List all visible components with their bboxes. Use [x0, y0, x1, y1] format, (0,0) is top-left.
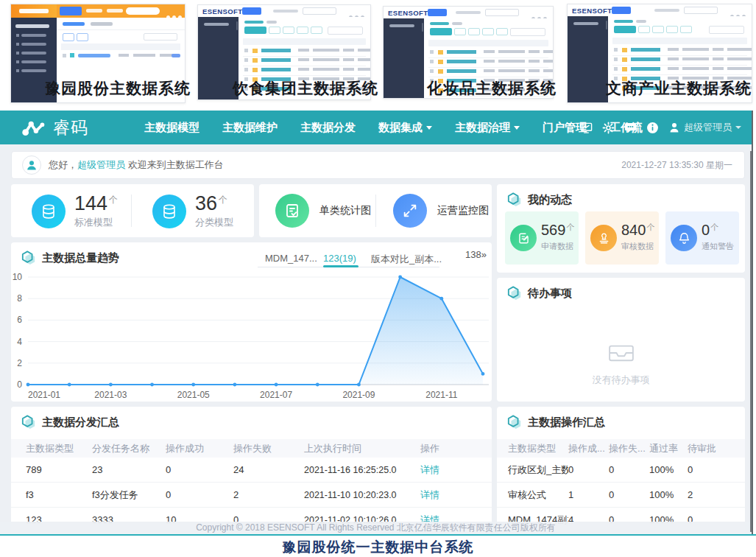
tab-123[interactable]: 123(19) [323, 253, 356, 264]
chevron-down-icon [735, 126, 741, 129]
todo-empty-text: 没有待办事项 [497, 374, 745, 387]
tab-pager[interactable]: 138» [465, 249, 487, 260]
mini-nav-button [612, 7, 631, 14]
tab-mdm147[interactable]: MDM_147... [265, 253, 317, 264]
activity-alert-card[interactable]: 0个 通知警告 [665, 211, 739, 265]
message-icon[interactable] [624, 122, 637, 134]
expand-arrows-icon [393, 194, 427, 228]
empty-inbox-icon [607, 343, 635, 363]
mini-search-box [303, 7, 336, 15]
hexagon-icon [21, 251, 36, 265]
monitor-chart-icon[interactable] [580, 122, 593, 134]
stat-label: 标准模型 [74, 216, 118, 229]
activity-review-card[interactable]: 840个 审核数据 [585, 211, 659, 265]
mini-nav-button [242, 7, 261, 15]
activity-label: 通知警告 [702, 241, 734, 252]
nav-item-model[interactable]: 主数据模型 [144, 121, 199, 135]
top-navbar: 睿码 主数据模型 主数据维护 主数据分发 数据集成 主数据治理 门户管理 工作流 [0, 111, 752, 144]
my-activity-panel: 我的动态 569个 申请数据 840个 [497, 184, 745, 273]
bell-icon [671, 225, 697, 251]
stat-unit: 个 [219, 195, 227, 205]
hexagon-icon [507, 192, 522, 207]
page-caption: 豫园股份统一主数据中台系统 [0, 538, 756, 557]
username-label: 超级管理员 [684, 121, 732, 134]
mini-toolbar [614, 26, 694, 33]
stat-value: 36 [195, 192, 217, 214]
mini-esensoft-logo: ESENSOFT [202, 7, 242, 15]
tab-version-compare[interactable]: 版本对比_副本... [371, 253, 442, 266]
doc-pencil-icon [510, 225, 537, 251]
quick-link-monitor[interactable]: 运营监控图 [393, 194, 489, 228]
welcome-text: 您好，超级管理员 欢迎来到主数据工作台 [49, 158, 224, 172]
quick-links-card: 单类统计图 运营监控图 [259, 184, 492, 237]
copyright-footer: Copyright © 2018 ESENSOFT All Rights Res… [0, 522, 752, 534]
mini-logo-block [11, 4, 57, 18]
trend-line-chart: 02468102021-012021-032021-052021-072021-… [11, 272, 492, 402]
welcome-bar: 您好，超级管理员 欢迎来到主数据工作台 2021-12-27 13:35:30 … [11, 151, 745, 179]
quick-link-statistics[interactable]: 单类统计图 [275, 194, 371, 228]
mini-search-box [126, 7, 160, 15]
nav-item-integration[interactable]: 数据集成 [378, 121, 432, 135]
stamp-icon [590, 225, 617, 251]
thumbnail-caption: 化妆品主数据系统 [418, 78, 565, 99]
dashboard: 睿码 主数据模型 主数据维护 主数据分发 数据集成 主数据治理 门户管理 工作流 [0, 111, 753, 534]
page: ESENSOFT ESENSOFT [0, 0, 756, 557]
database-icon [152, 195, 186, 228]
mini-esensoft-logo: ESENSOFT [572, 7, 612, 15]
nav-item-distribute[interactable]: 主数据分发 [300, 121, 356, 135]
svg-text:2021-05: 2021-05 [177, 390, 210, 400]
svg-text:2021-03: 2021-03 [94, 390, 127, 400]
app-logo[interactable]: 睿码 [21, 116, 88, 139]
main-nav: 主数据模型 主数据维护 主数据分发 数据集成 主数据治理 门户管理 工作流 [144, 111, 643, 144]
table-row: f3f3分发任务 02 2021-11-10 10:20:23.0详情 [11, 483, 492, 508]
mini-nav-button [60, 7, 82, 15]
mini-table-header [243, 38, 366, 45]
stat-category-models[interactable]: 36个 分类模型 [152, 194, 233, 229]
activity-label: 申请数据 [541, 241, 573, 252]
user-icon [668, 122, 680, 133]
mini-search-box [328, 27, 363, 35]
todo-panel: 待办事项 没有待办事项 [497, 278, 745, 402]
app-logo-text: 睿码 [53, 116, 88, 139]
svg-text:6: 6 [17, 315, 22, 325]
detail-link[interactable]: 详情 [420, 463, 492, 477]
mini-toolbar [244, 27, 325, 34]
activity-apply-card[interactable]: 569个 申请数据 [505, 211, 579, 265]
top-icon-group: 超级管理员 [580, 111, 741, 144]
molecule-logo-icon [21, 119, 49, 138]
hexagon-icon [507, 286, 522, 301]
panel-title: 待办事项 [528, 287, 572, 301]
stat-standard-models[interactable]: 144个 标准模型 [32, 194, 118, 229]
activity-label: 审核数据 [621, 241, 654, 252]
hexagon-icon [21, 415, 36, 430]
mini-table-header [612, 38, 747, 44]
todo-empty-state: 没有待办事项 [497, 343, 745, 387]
gear-icon[interactable] [602, 122, 615, 134]
quick-link-label: 单类统计图 [319, 204, 371, 217]
mini-header [57, 4, 185, 18]
distribution-summary-card: 主数据分发汇总 主数据类型分发任务名称 操作成功操作失败 上次执行时间操作 78… [11, 407, 492, 534]
chart-doc-icon [275, 194, 309, 228]
info-icon[interactable] [646, 122, 659, 134]
table-row: 审核公式1 0100% 2 [497, 483, 745, 508]
mini-header: ESENSOFT [198, 5, 370, 18]
nav-item-maintain[interactable]: 主数据维护 [222, 121, 278, 135]
active-tab-underline [323, 265, 358, 267]
quick-link-label: 运营监控图 [437, 204, 489, 217]
detail-link[interactable]: 详情 [420, 488, 492, 502]
window-edge [750, 151, 752, 532]
mini-nav-button [428, 9, 447, 16]
nav-item-governance[interactable]: 主数据治理 [455, 121, 520, 135]
user-menu[interactable]: 超级管理员 [668, 121, 741, 134]
panel-title: 我的动态 [528, 193, 572, 207]
stat-value: 144 [74, 192, 107, 214]
svg-text:2021-07: 2021-07 [260, 390, 292, 400]
panel-title: 主数据总量趋势 [42, 251, 119, 265]
svg-text:2021-01: 2021-01 [28, 390, 60, 400]
activity-value: 840 [621, 222, 646, 238]
welcome-username[interactable]: 超级管理员 [77, 159, 125, 170]
svg-text:8: 8 [17, 293, 22, 304]
datetime-label: 2021-12-27 13:35:30 星期一 [621, 159, 732, 172]
model-stats-card: 144个 标准模型 36个 分类模型 [11, 184, 254, 237]
bottom-divider [0, 534, 756, 536]
